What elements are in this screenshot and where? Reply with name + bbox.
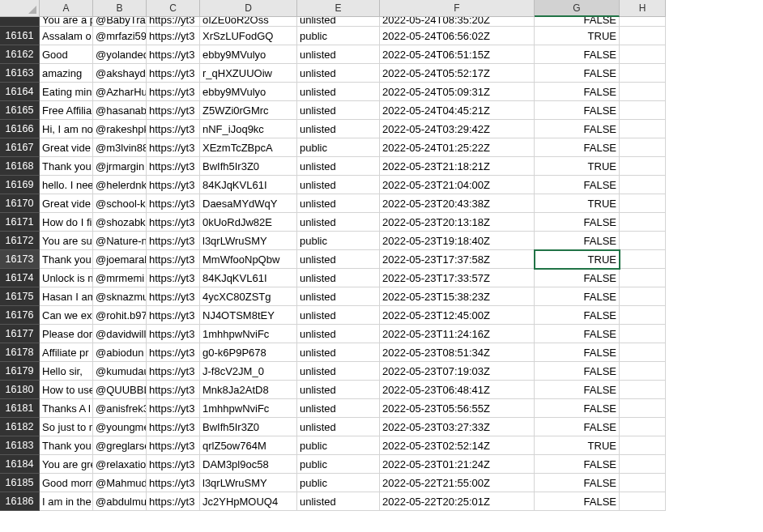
cell[interactable]: You are gre <box>40 455 93 474</box>
cell[interactable]: unlisted <box>297 269 380 287</box>
row-header[interactable]: 16181 <box>0 399 40 418</box>
cell[interactable]: FALSE <box>535 492 620 511</box>
cell[interactable]: https://yt3 <box>147 194 200 213</box>
row-header[interactable]: 16165 <box>0 101 40 120</box>
spreadsheet-grid[interactable]: ABCDEFGHYou are a p@BabyTraihttps://yt3o… <box>0 0 666 511</box>
row-header[interactable]: 16166 <box>0 120 40 138</box>
cell[interactable]: Please dor <box>40 325 93 343</box>
cell[interactable]: XEzmTcZBpcA <box>200 138 297 157</box>
cell[interactable]: Hasan I am <box>40 287 93 306</box>
cell[interactable]: Jc2YHpMOUQ4 <box>200 492 297 511</box>
cell[interactable]: unlisted <box>297 213 380 232</box>
cell[interactable]: unlisted <box>297 418 380 436</box>
cell[interactable]: unlisted <box>297 362 380 381</box>
cell[interactable]: FALSE <box>535 399 620 418</box>
cell[interactable]: https://yt3 <box>147 325 200 343</box>
cell[interactable]: TRUE <box>535 250 620 269</box>
cell[interactable]: FALSE <box>535 287 620 306</box>
cell[interactable]: FALSE <box>535 455 620 474</box>
cell[interactable]: Hello sir, <box>40 362 93 381</box>
cell[interactable]: Thank you <box>40 250 93 269</box>
cell[interactable]: BwIfh5Ir3Z0 <box>200 157 297 176</box>
cell[interactable]: @yolanded <box>93 45 147 64</box>
cell[interactable]: 2022-05-23T01:21:24Z <box>380 455 535 474</box>
cell[interactable]: https://yt3 <box>147 250 200 269</box>
row-header[interactable]: 16186 <box>0 492 40 511</box>
cell[interactable]: So just to n <box>40 418 93 436</box>
cell[interactable]: FALSE <box>535 120 620 138</box>
cell[interactable]: unlisted <box>297 381 380 399</box>
cell[interactable]: FALSE <box>535 213 620 232</box>
cell[interactable]: unlisted <box>297 306 380 325</box>
row-header[interactable]: 16182 <box>0 418 40 436</box>
row-header[interactable]: 16184 <box>0 455 40 474</box>
cell[interactable]: unlisted <box>297 120 380 138</box>
cell[interactable]: @sknazmu <box>93 287 147 306</box>
row-header[interactable]: 16171 <box>0 213 40 232</box>
row-header[interactable]: 16167 <box>0 138 40 157</box>
row-header[interactable]: 16163 <box>0 64 40 83</box>
cell[interactable]: 2022-05-23T20:43:38Z <box>380 194 535 213</box>
cell[interactable]: 84KJqKVL61I <box>200 176 297 194</box>
cell-partial-H[interactable] <box>620 17 666 27</box>
cell[interactable]: How do I fi <box>40 213 93 232</box>
cell[interactable]: 2022-05-24T05:09:31Z <box>380 83 535 101</box>
cell[interactable]: public <box>297 27 380 45</box>
cell[interactable]: 2022-05-23T08:51:34Z <box>380 343 535 362</box>
cell[interactable] <box>620 492 666 511</box>
cell[interactable]: @rohit.b97 <box>93 306 147 325</box>
cell[interactable] <box>620 436 666 455</box>
cell[interactable] <box>620 455 666 474</box>
cell[interactable] <box>620 64 666 83</box>
cell[interactable]: @helerdnk <box>93 176 147 194</box>
cell[interactable]: You are su <box>40 232 93 250</box>
cell[interactable]: NJ4OTSM8tEY <box>200 306 297 325</box>
cell[interactable]: public <box>297 232 380 250</box>
cell[interactable]: https://yt3 <box>147 138 200 157</box>
row-header[interactable]: 16162 <box>0 45 40 64</box>
cell[interactable]: unlisted <box>297 287 380 306</box>
cell[interactable]: Z5WZi0rGMrc <box>200 101 297 120</box>
cell[interactable]: TRUE <box>535 194 620 213</box>
cell[interactable]: I am in the <box>40 492 93 511</box>
cell[interactable]: @akshayde <box>93 64 147 83</box>
cell[interactable]: FALSE <box>535 325 620 343</box>
cell[interactable]: https://yt3 <box>147 176 200 194</box>
row-header[interactable]: 16173 <box>0 250 40 269</box>
cell[interactable] <box>620 83 666 101</box>
cell[interactable]: 2022-05-23T12:45:00Z <box>380 306 535 325</box>
cell[interactable]: @jrmargin <box>93 157 147 176</box>
cell[interactable]: 2022-05-24T06:51:15Z <box>380 45 535 64</box>
cell[interactable]: @school-k <box>93 194 147 213</box>
cell[interactable]: Good <box>40 45 93 64</box>
cell[interactable]: hello. I nee <box>40 176 93 194</box>
cell[interactable]: unlisted <box>297 194 380 213</box>
cell[interactable]: https://yt3 <box>147 381 200 399</box>
cell[interactable] <box>620 27 666 45</box>
cell[interactable]: FALSE <box>535 45 620 64</box>
cell-partial-F[interactable]: 2022-05-24T08:35:20Z <box>380 17 535 27</box>
cell[interactable]: Hi, I am no <box>40 120 93 138</box>
cell[interactable]: @mrfazi59 <box>93 27 147 45</box>
cell[interactable]: ebby9MVulyo <box>200 83 297 101</box>
cell[interactable]: 2022-05-23T06:48:41Z <box>380 381 535 399</box>
cell[interactable]: @kumudau <box>93 362 147 381</box>
cell[interactable]: TRUE <box>535 27 620 45</box>
cell[interactable]: Free Affilia <box>40 101 93 120</box>
cell[interactable]: Thank you <box>40 157 93 176</box>
cell-partial-D[interactable]: oIZE0oR2Oss <box>200 17 297 27</box>
cell[interactable] <box>620 232 666 250</box>
cell[interactable]: 2022-05-23T17:33:57Z <box>380 269 535 287</box>
cell[interactable]: XrSzLUFodGQ <box>200 27 297 45</box>
cell[interactable]: FALSE <box>535 269 620 287</box>
cell[interactable]: public <box>297 436 380 455</box>
cell[interactable]: public <box>297 138 380 157</box>
row-header[interactable]: 16168 <box>0 157 40 176</box>
cell[interactable] <box>620 381 666 399</box>
cell[interactable]: FALSE <box>535 64 620 83</box>
cell[interactable]: https://yt3 <box>147 83 200 101</box>
cell[interactable]: unlisted <box>297 157 380 176</box>
cell[interactable]: 2022-05-23T20:13:18Z <box>380 213 535 232</box>
select-all-corner[interactable] <box>0 0 40 17</box>
cell[interactable] <box>620 157 666 176</box>
